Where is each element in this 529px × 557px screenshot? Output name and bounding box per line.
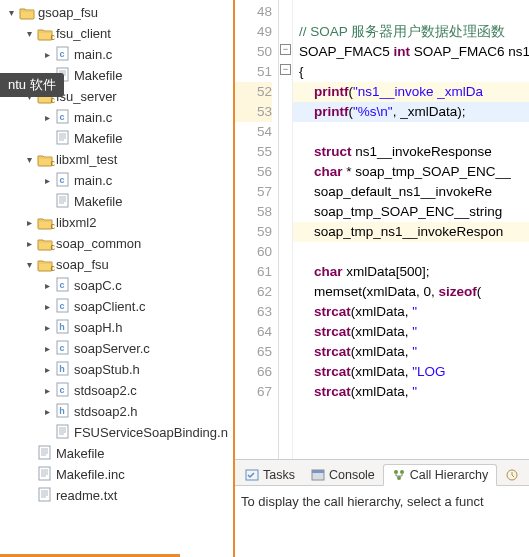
folder-icon: c <box>37 90 53 104</box>
collapse-icon[interactable]: ▾ <box>22 153 36 167</box>
tree-item[interactable]: ▸csoapClient.c <box>0 296 233 317</box>
code-line[interactable]: memset(xmlData, 0, sizeof( <box>293 282 529 302</box>
tab-tasks[interactable]: Tasks <box>237 465 303 485</box>
c-file-icon: c <box>56 46 70 64</box>
c-file-icon: c <box>56 298 70 316</box>
svg-point-31 <box>400 470 404 474</box>
tree-item[interactable]: ▸cmain.c <box>0 107 233 128</box>
tree-item[interactable]: ▸cmain.c <box>0 170 233 191</box>
tree-item[interactable]: ▾cfsu_client <box>0 23 233 44</box>
tree-item[interactable]: ▾csoap_fsu <box>0 254 233 275</box>
expand-icon[interactable]: ▸ <box>40 342 54 356</box>
expand-icon[interactable]: ▸ <box>22 216 36 230</box>
tab-console[interactable]: Console <box>303 465 383 485</box>
fold-column[interactable]: − − <box>279 0 293 459</box>
code-area[interactable]: // SOAP 服务器用户数据处理函数SOAP_FMAC5 int SOAP_F… <box>293 0 529 459</box>
tree-item[interactable]: ▸cstdsoap2.c <box>0 380 233 401</box>
code-line[interactable]: strcat(xmlData, " <box>293 342 529 362</box>
expand-icon[interactable]: ▸ <box>40 321 54 335</box>
bottom-panel: Tasks Console Call Hierarchy To display … <box>235 459 529 557</box>
fold-marker[interactable]: − <box>280 44 291 55</box>
tree-item[interactable]: ▸csoap_common <box>0 233 233 254</box>
expand-icon[interactable]: ▸ <box>40 405 54 419</box>
h-file-icon: h <box>56 403 70 421</box>
code-line[interactable] <box>293 242 529 262</box>
tree-label: stdsoap2.h <box>74 404 138 419</box>
tree-item[interactable]: ▸csoapServer.c <box>0 338 233 359</box>
collapse-icon[interactable]: ▾ <box>4 6 18 20</box>
expand-icon[interactable]: ▸ <box>40 279 54 293</box>
tree-label: Makefile.inc <box>56 467 125 482</box>
tree-item[interactable]: ▸hstdsoap2.h <box>0 401 233 422</box>
code-line[interactable]: { <box>293 62 529 82</box>
tree-label: fsu_server <box>56 89 117 104</box>
tab-call-hierarchy[interactable]: Call Hierarchy <box>383 464 498 486</box>
code-line[interactable]: SOAP_FMAC5 int SOAP_FMAC6 ns1_ <box>293 42 529 62</box>
code-line[interactable]: strcat(xmlData, " <box>293 382 529 402</box>
main-area: 4849505152535455565758596061626364656667… <box>235 0 529 557</box>
folder-icon: c <box>37 153 53 167</box>
tree-item[interactable]: Makefile <box>0 128 233 149</box>
call-hierarchy-icon <box>392 468 406 482</box>
tree-item[interactable]: readme.txt <box>0 485 233 506</box>
fold-marker[interactable]: − <box>280 64 291 75</box>
code-line[interactable]: struct ns1__invokeResponse <box>293 142 529 162</box>
project-explorer[interactable]: ▾gsoap_fsu▾cfsu_client▸cmain.cMakefile▾c… <box>0 0 235 557</box>
expand-icon[interactable]: ▸ <box>40 48 54 62</box>
tree-label: main.c <box>74 110 112 125</box>
tree-item[interactable]: ▾gsoap_fsu <box>0 2 233 23</box>
code-line[interactable] <box>293 122 529 142</box>
collapse-icon[interactable]: ▾ <box>22 27 36 41</box>
code-line[interactable]: char * soap_tmp_SOAP_ENC__ <box>293 162 529 182</box>
tree-item[interactable]: ▸hsoapH.h <box>0 317 233 338</box>
code-line[interactable]: soap_tmp_ns1__invokeRespon <box>293 222 529 242</box>
tree-item[interactable]: ▸cmain.c <box>0 44 233 65</box>
svg-text:h: h <box>59 322 65 332</box>
code-line[interactable]: strcat(xmlData, "LOG <box>293 362 529 382</box>
line-gutter[interactable]: 4849505152535455565758596061626364656667 <box>235 0 279 459</box>
tree-item[interactable]: FSUServiceSoapBinding.n <box>0 422 233 443</box>
tree-label: Makefile <box>74 131 122 146</box>
tree-label: Makefile <box>56 446 104 461</box>
tree-label: soap_common <box>56 236 141 251</box>
code-line[interactable]: soap_tmp_SOAP_ENC__string <box>293 202 529 222</box>
file-tree[interactable]: ▾gsoap_fsu▾cfsu_client▸cmain.cMakefile▾c… <box>0 0 233 508</box>
tree-item[interactable]: ▾cfsu_server <box>0 86 233 107</box>
collapse-icon[interactable]: ▾ <box>22 258 36 272</box>
tab-more[interactable] <box>497 465 527 485</box>
code-line[interactable]: char xmlData[500]; <box>293 262 529 282</box>
expand-icon[interactable]: ▸ <box>40 111 54 125</box>
file-icon <box>56 193 70 211</box>
folder-icon: c <box>37 216 53 230</box>
tree-item[interactable]: Makefile <box>0 443 233 464</box>
c-file-icon: c <box>56 172 70 190</box>
tree-item[interactable]: ▸clibxml2 <box>0 212 233 233</box>
expand-icon[interactable]: ▸ <box>40 300 54 314</box>
tree-item[interactable]: ▾clibxml_test <box>0 149 233 170</box>
expand-icon[interactable]: ▸ <box>22 237 36 251</box>
expand-icon[interactable]: ▸ <box>40 363 54 377</box>
expand-icon[interactable]: ▸ <box>40 384 54 398</box>
tree-item[interactable]: ▸hsoapStub.h <box>0 359 233 380</box>
folder-icon: c <box>37 237 53 251</box>
collapse-icon[interactable]: ▾ <box>22 90 36 104</box>
tree-label: Makefile <box>74 194 122 209</box>
tree-item[interactable]: Makefile.inc <box>0 464 233 485</box>
code-line[interactable]: strcat(xmlData, " <box>293 322 529 342</box>
svg-text:h: h <box>59 364 65 374</box>
tree-label: Makefile <box>74 68 122 83</box>
tree-item[interactable]: Makefile <box>0 191 233 212</box>
code-line[interactable]: strcat(xmlData, " <box>293 302 529 322</box>
tree-label: soap_fsu <box>56 257 109 272</box>
expand-icon[interactable]: ▸ <box>40 174 54 188</box>
code-line[interactable] <box>293 2 529 22</box>
code-editor[interactable]: 4849505152535455565758596061626364656667… <box>235 0 529 459</box>
code-line[interactable]: soap_default_ns1__invokeRe <box>293 182 529 202</box>
tree-item[interactable]: ▸csoapC.c <box>0 275 233 296</box>
c-file-icon: c <box>56 382 70 400</box>
code-line[interactable]: printf("%s\n", _xmlData); <box>293 102 529 122</box>
code-line[interactable]: // SOAP 服务器用户数据处理函数 <box>293 22 529 42</box>
tree-label: gsoap_fsu <box>38 5 98 20</box>
code-line[interactable]: printf("ns1__invoke _xmlDa <box>293 82 529 102</box>
tree-item[interactable]: Makefile <box>0 65 233 86</box>
